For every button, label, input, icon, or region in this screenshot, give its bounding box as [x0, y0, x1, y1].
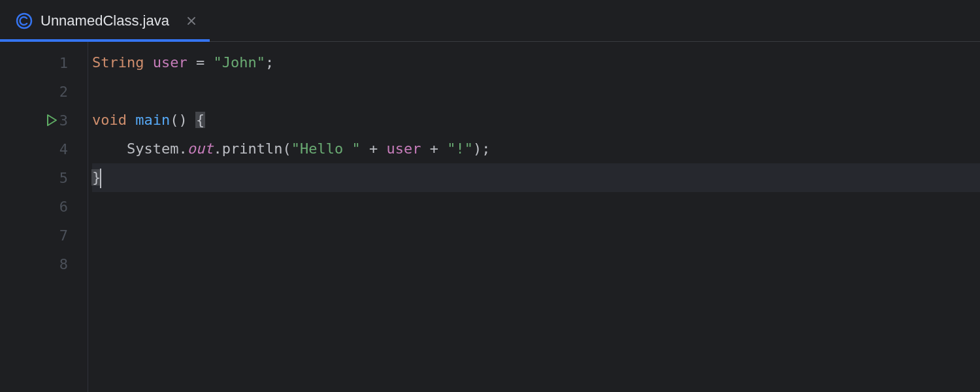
- token-punct: .: [213, 140, 221, 157]
- token-var: user: [386, 140, 421, 157]
- code-line: [92, 77, 980, 106]
- gutter-line[interactable]: 8: [0, 250, 88, 278]
- gutter-line[interactable]: 5: [0, 163, 88, 192]
- gutter-line[interactable]: 1: [0, 48, 88, 77]
- editor: 1 2 3 4 5 6 7 8 String user =: [0, 42, 980, 392]
- code-line: [92, 192, 980, 221]
- token-field: out: [188, 140, 214, 157]
- tab-filename: UnnamedClass.java: [41, 12, 169, 29]
- code-line: String user = "John";: [92, 48, 980, 77]
- tab-bar: UnnamedClass.java: [0, 0, 980, 42]
- token-punct: ;: [482, 140, 490, 157]
- token-string: "Hello ": [291, 140, 361, 157]
- line-number: 3: [59, 112, 68, 129]
- line-number: 5: [59, 170, 68, 186]
- token-op: =: [188, 54, 214, 71]
- token-var: user: [153, 54, 188, 71]
- code-line: System.out.println("Hello " + user + "!"…: [92, 135, 980, 163]
- token-op: +: [421, 140, 447, 157]
- gutter-line[interactable]: 4: [0, 135, 88, 163]
- line-number: 6: [59, 199, 68, 215]
- line-number: 1: [59, 55, 68, 71]
- token-identifier: System: [127, 140, 178, 157]
- line-number: 4: [59, 141, 68, 157]
- token-type: String: [92, 54, 144, 71]
- token-punct: (): [170, 112, 188, 128]
- indent: [92, 140, 127, 157]
- gutter-line[interactable]: 6: [0, 192, 88, 221]
- token-punct: (: [282, 140, 291, 157]
- token-string: "!": [447, 140, 473, 157]
- token-method: println: [222, 140, 283, 157]
- gutter-line[interactable]: 3: [0, 106, 88, 135]
- token-brace: {: [195, 112, 205, 128]
- class-icon: [16, 12, 33, 29]
- token-method: main: [135, 112, 170, 128]
- token-punct: ): [473, 140, 482, 157]
- gutter-line[interactable]: 2: [0, 77, 88, 106]
- token-keyword: void: [92, 112, 127, 128]
- gutter-line[interactable]: 7: [0, 221, 88, 250]
- code-line: [92, 221, 980, 250]
- code-line-active: }: [92, 163, 980, 192]
- token-op: +: [361, 140, 387, 157]
- token-string: "John": [213, 54, 265, 71]
- gutter: 1 2 3 4 5 6 7 8: [0, 42, 88, 392]
- line-number: 2: [59, 84, 68, 100]
- code-line: [92, 250, 980, 278]
- line-number: 7: [59, 227, 68, 244]
- cursor: [100, 169, 101, 188]
- line-number: 8: [59, 256, 68, 272]
- run-icon[interactable]: [44, 113, 59, 127]
- token-punct: .: [178, 140, 187, 157]
- close-icon[interactable]: [185, 14, 198, 27]
- token-punct: ;: [265, 54, 274, 71]
- file-tab[interactable]: UnnamedClass.java: [0, 0, 210, 41]
- code-line: void main() {: [92, 106, 980, 135]
- code-area[interactable]: String user = "John"; void main() { Syst…: [88, 42, 980, 392]
